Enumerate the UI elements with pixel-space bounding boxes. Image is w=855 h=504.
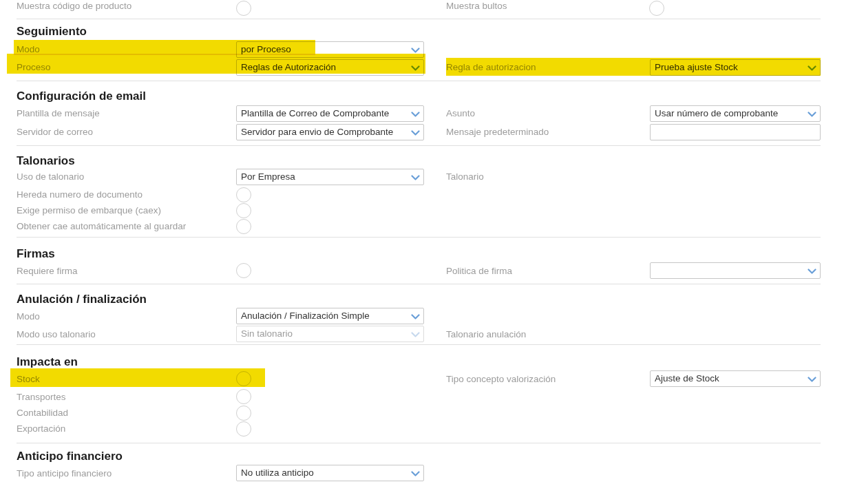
seguimiento-title: Seguimiento: [17, 24, 87, 39]
exige-permiso-radio[interactable]: [236, 203, 251, 218]
exportacion-radio[interactable]: [236, 421, 251, 437]
uso-talonario-value: Por Empresa: [241, 171, 295, 182]
anulacion-modo-value: Anulación / Finalización Simple: [241, 311, 370, 321]
plantilla-mensaje-label: Plantilla de mensaje: [17, 107, 100, 119]
separator: [17, 145, 821, 146]
mensaje-predeterminado-input[interactable]: [650, 124, 821, 140]
anulacion-modo-select[interactable]: Anulación / Finalización Simple: [236, 308, 424, 324]
regla-autorizacion-label: Regla de autorizacion: [446, 61, 536, 73]
chevron-down-icon: [807, 112, 816, 118]
modo-label: Modo: [17, 43, 40, 55]
tipo-anticipo-select[interactable]: No utiliza anticipo: [236, 465, 424, 481]
separator: [17, 19, 821, 19]
chevron-down-icon: [411, 65, 420, 72]
politica-firma-select[interactable]: [650, 262, 821, 279]
modo-uso-talonario-label: Modo uso talonario: [17, 328, 96, 340]
tipo-anticipo-label: Tipo anticipo financiero: [17, 468, 112, 479]
tipo-concepto-select[interactable]: Ajuste de Stock: [650, 370, 821, 387]
chevron-down-icon: [411, 332, 420, 338]
regla-autorizacion-select[interactable]: Prueba ajuste Stock: [650, 59, 821, 76]
obtener-cae-radio[interactable]: [236, 219, 251, 234]
muestra-codigo-radio[interactable]: [236, 1, 251, 16]
exige-permiso-label: Exige permiso de embarque (caex): [17, 204, 161, 216]
talonarios-title: Talonarios: [17, 154, 75, 168]
hereda-numero-radio[interactable]: [236, 187, 251, 202]
stock-label: Stock: [17, 373, 40, 385]
impacta-title: Impacta en: [17, 355, 78, 369]
plantilla-mensaje-value: Plantilla de Correo de Comprobante: [241, 108, 389, 118]
requiere-firma-label: Requiere firma: [17, 265, 78, 277]
proceso-value: Reglas de Autorización: [241, 62, 336, 72]
firmas-title: Firmas: [17, 246, 55, 261]
modo-uso-talonario-value: Sin talonario: [241, 328, 293, 339]
contabilidad-label: Contabilidad: [17, 407, 68, 419]
tipo-anticipo-value: No utiliza anticipo: [241, 468, 314, 478]
separator: [17, 344, 821, 345]
email-title: Configuración de email: [17, 89, 146, 103]
chevron-down-icon: [411, 471, 420, 477]
separator: [17, 284, 821, 284]
chevron-down-icon: [807, 377, 816, 383]
highlight-stock: [10, 368, 265, 387]
asunto-label: Asunto: [446, 107, 475, 119]
asunto-select[interactable]: Usar número de comprobante: [650, 105, 821, 122]
modo-value: por Proceso: [241, 44, 291, 54]
separator: [17, 81, 821, 81]
politica-firma-label: Politica de firma: [446, 265, 512, 277]
chevron-down-icon: [411, 48, 420, 54]
anticipo-title: Anticipo financiero: [17, 449, 123, 463]
tipo-concepto-value: Ajuste de Stock: [655, 373, 719, 384]
transportes-label: Transportes: [17, 391, 66, 403]
obtener-cae-label: Obtener cae automáticamente al guardar: [17, 220, 186, 232]
proceso-label: Proceso: [17, 61, 51, 73]
chevron-down-icon: [411, 314, 420, 320]
separator: [17, 237, 821, 238]
muestra-bultos-radio[interactable]: [649, 1, 664, 16]
modo-uso-talonario-select[interactable]: Sin talonario: [236, 326, 424, 342]
chevron-down-icon: [411, 175, 420, 181]
uso-talonario-label: Uso de talonario: [17, 171, 84, 182]
talonario-anulacion-label: Talonario anulación: [446, 328, 526, 340]
servidor-correo-label: Servidor de correo: [17, 126, 93, 138]
tipo-concepto-label: Tipo concepto valorización: [446, 373, 556, 385]
mensaje-predeterminado-label: Mensaje predeterminado: [446, 126, 549, 138]
regla-autorizacion-value: Prueba ajuste Stock: [655, 62, 738, 72]
separator: [17, 443, 821, 443]
uso-talonario-select[interactable]: Por Empresa: [236, 169, 424, 185]
hereda-numero-label: Hereda numero de documento: [17, 189, 142, 200]
anulacion-modo-label: Modo: [17, 311, 40, 322]
chevron-down-icon: [807, 269, 816, 275]
anulacion-title: Anulación / finalización: [17, 292, 147, 306]
contabilidad-radio[interactable]: [236, 406, 251, 421]
settings-form: Muestra código de producto Muestra bulto…: [0, 0, 855, 504]
chevron-down-icon: [411, 112, 420, 118]
talonario-label: Talonario: [446, 171, 484, 182]
chevron-down-icon: [411, 130, 420, 136]
requiere-firma-radio[interactable]: [236, 263, 251, 278]
servidor-correo-select[interactable]: Servidor para envio de Comprobante: [236, 124, 424, 140]
proceso-select[interactable]: Reglas de Autorización: [236, 59, 424, 76]
chevron-down-icon: [807, 65, 816, 72]
stock-radio[interactable]: [236, 371, 251, 386]
modo-select[interactable]: por Proceso: [236, 41, 424, 58]
muestra-codigo-label: Muestra código de producto: [17, 0, 131, 12]
asunto-value: Usar número de comprobante: [655, 108, 778, 118]
servidor-correo-value: Servidor para envio de Comprobante: [241, 127, 393, 137]
transportes-radio[interactable]: [236, 389, 251, 404]
plantilla-mensaje-select[interactable]: Plantilla de Correo de Comprobante: [236, 105, 424, 122]
exportacion-label: Exportación: [17, 423, 65, 434]
muestra-bultos-label: Muestra bultos: [446, 0, 507, 12]
